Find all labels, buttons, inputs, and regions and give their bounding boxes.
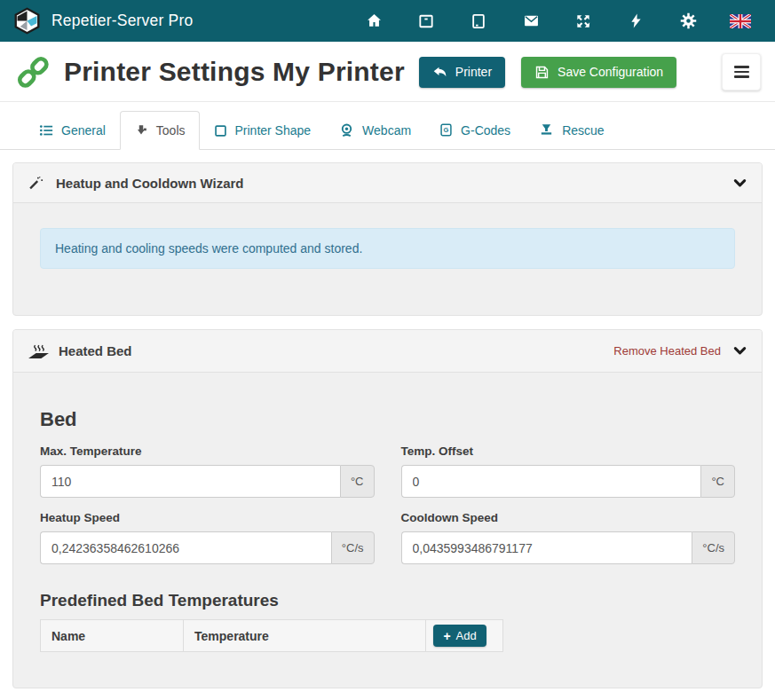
predefined-temps-title: Predefined Bed Temperatures bbox=[40, 591, 735, 610]
cooldown-speed-label: Cooldown Speed bbox=[401, 511, 736, 524]
unit-addon: °C bbox=[340, 465, 375, 498]
webcam-icon bbox=[339, 122, 354, 138]
svg-text:G: G bbox=[444, 126, 449, 134]
rescue-nozzle-icon bbox=[539, 122, 554, 138]
column-header-name: Name bbox=[41, 620, 184, 652]
temp-offset-field: Temp. Offset °C bbox=[401, 431, 736, 498]
heatup-speed-field: Heatup Speed °C/s bbox=[40, 498, 375, 564]
fullscreen-icon[interactable] bbox=[573, 11, 594, 32]
square-outline-icon bbox=[214, 124, 227, 138]
max-temperature-input[interactable] bbox=[40, 465, 340, 498]
tab-printer-shape[interactable]: Printer Shape bbox=[200, 111, 326, 150]
wizard-panel-body: Heating and cooling speeds were computed… bbox=[13, 203, 762, 315]
hamburger-menu-button[interactable] bbox=[722, 53, 761, 90]
magic-wand-icon bbox=[28, 175, 43, 191]
table-header-row: Name Temperature + Add bbox=[41, 620, 503, 652]
settings-gear-icon[interactable] bbox=[677, 11, 699, 32]
heated-bed-panel-header[interactable]: Heated Bed Remove Heated Bed bbox=[13, 330, 762, 373]
heated-bed-panel: Heated Bed Remove Heated Bed Bed Max. Te… bbox=[12, 329, 763, 688]
tab-webcam[interactable]: Webcam bbox=[325, 110, 425, 150]
reply-arrow-icon bbox=[432, 65, 447, 80]
heated-bed-icon bbox=[28, 342, 50, 360]
remove-heated-bed-link[interactable]: Remove Heated Bed bbox=[613, 344, 721, 358]
cooldown-speed-input[interactable] bbox=[401, 531, 692, 564]
unit-addon: °C/s bbox=[331, 531, 375, 564]
save-configuration-button[interactable]: Save Configuration bbox=[521, 57, 676, 88]
heated-bed-panel-title: Heated Bed bbox=[59, 343, 132, 358]
app-title: Repetier-Server Pro bbox=[51, 12, 193, 30]
wizard-panel-header[interactable]: Heatup and Cooldown Wizard bbox=[13, 163, 762, 203]
plus-icon: + bbox=[443, 630, 450, 642]
column-header-temperature: Temperature bbox=[184, 620, 426, 652]
unit-addon: °C/s bbox=[692, 531, 735, 564]
printers-icon[interactable] bbox=[415, 11, 437, 32]
wizard-panel-title: Heatup and Cooldown Wizard bbox=[56, 176, 244, 191]
collapse-chevron-icon[interactable] bbox=[732, 343, 747, 358]
messages-icon[interactable] bbox=[520, 11, 542, 32]
save-floppy-icon bbox=[534, 65, 550, 80]
bed-section-title: Bed bbox=[40, 408, 735, 431]
home-icon[interactable] bbox=[363, 11, 384, 32]
extruder-icon bbox=[134, 123, 148, 138]
gcode-file-icon: G bbox=[439, 122, 453, 138]
list-icon bbox=[39, 123, 53, 138]
max-temperature-label: Max. Temperature bbox=[40, 444, 375, 458]
heated-bed-panel-body: Bed Max. Temperature °C Temp. Offset °C … bbox=[13, 373, 762, 688]
app-logo-icon[interactable] bbox=[13, 7, 41, 35]
info-alert: Heating and cooling speeds were computed… bbox=[40, 228, 735, 269]
bed-form: Max. Temperature °C Temp. Offset °C Heat… bbox=[40, 431, 735, 564]
heatup-speed-label: Heatup Speed bbox=[40, 511, 375, 524]
unit-addon: °C bbox=[700, 465, 735, 498]
heatup-speed-input[interactable] bbox=[40, 531, 331, 564]
printer-button[interactable]: Printer bbox=[419, 57, 505, 88]
language-flag-icon[interactable] bbox=[730, 11, 751, 32]
wizard-panel: Heatup and Cooldown Wizard Heating and c… bbox=[12, 162, 763, 316]
tab-rescue[interactable]: Rescue bbox=[525, 110, 618, 150]
predefined-temps-table: Name Temperature + Add bbox=[40, 619, 503, 652]
tab-gcodes[interactable]: G G-Codes bbox=[425, 110, 525, 150]
collapse-chevron-icon[interactable] bbox=[732, 176, 747, 191]
temp-offset-input[interactable] bbox=[401, 465, 701, 498]
temp-offset-label: Temp. Offset bbox=[401, 444, 736, 458]
chain-link-icon bbox=[14, 53, 51, 90]
navbar-icon-group bbox=[363, 11, 762, 32]
bolt-icon[interactable] bbox=[625, 11, 646, 32]
page-title: Printer Settings My Printer bbox=[64, 57, 405, 87]
tab-bar: General Tools Printer Shape Webcam G G-C… bbox=[0, 110, 775, 150]
add-temperature-button[interactable]: + Add bbox=[433, 625, 486, 647]
tablet-icon[interactable] bbox=[468, 11, 489, 32]
max-temperature-field: Max. Temperature °C bbox=[40, 431, 375, 498]
cooldown-speed-field: Cooldown Speed °C/s bbox=[401, 498, 736, 564]
tab-tools[interactable]: Tools bbox=[120, 111, 200, 150]
tab-general[interactable]: General bbox=[25, 111, 120, 150]
navbar: Repetier-Server Pro bbox=[0, 0, 775, 42]
page-header: Printer Settings My Printer Printer Save… bbox=[0, 42, 775, 102]
